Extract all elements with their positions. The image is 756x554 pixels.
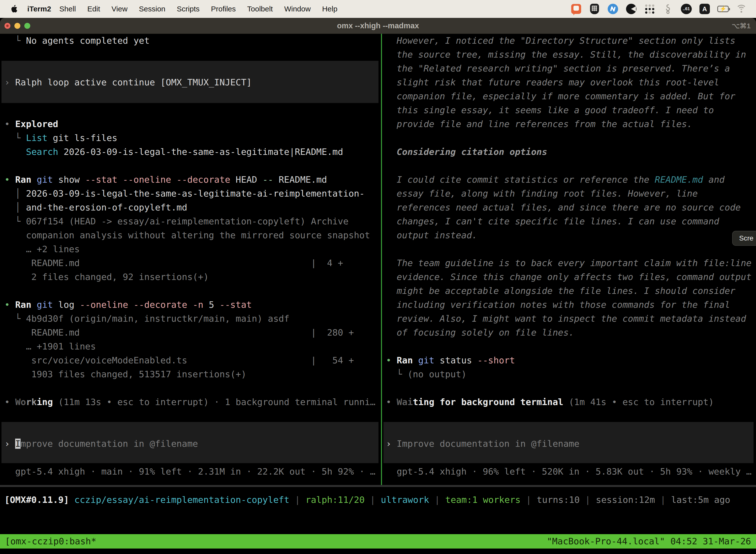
terminal-line xyxy=(4,159,381,173)
terminal-line: gpt-5.4 xhigh · 96% left · 520K in · 5.8… xyxy=(386,465,756,479)
tmux-host-clock: "MacBook-Pro-44.local" 04:52 31-Mar-26 xyxy=(547,534,751,549)
shield-grid-icon[interactable] xyxy=(589,3,600,15)
terminal-line: › Improve documentation in @filename xyxy=(4,437,381,451)
terminal-line: README.md | 280 + xyxy=(4,326,381,340)
menu-item-scripts[interactable]: Scripts xyxy=(171,5,205,13)
terminal-line: 1903 files changed, 513517 insertions(+) xyxy=(4,367,381,381)
terminal-line: this single essay, it seems like a good … xyxy=(386,103,756,117)
price-circle-icon[interactable]: ..61 xyxy=(681,3,692,15)
left-terminal-pane[interactable]: └ No agents completed yet› Ralph loop ac… xyxy=(0,34,381,485)
terminal-line: • Ran git log --oneline --decorate -n 5 … xyxy=(4,298,381,312)
terminal-line xyxy=(386,423,756,437)
terminal-line: • Ran git show --stat --oneline --decora… xyxy=(4,173,381,187)
terminal-line xyxy=(4,62,381,75)
terminal-line: However, I noticed the "Directory Struct… xyxy=(386,34,756,48)
blue-badge-icon[interactable] xyxy=(607,3,619,15)
terminal-line: 2 files changed, 92 insertions(+) xyxy=(4,270,381,284)
terminal-line: • Explored xyxy=(4,117,381,131)
terminal-line: │ 2026-03-09-is-legal-the-same-as-legiti… xyxy=(4,187,381,201)
screen-share-tooltip[interactable]: Scre xyxy=(732,231,756,246)
window-title-bar[interactable]: omx --xhigh --madmax ⌥⌘1 xyxy=(0,18,756,34)
terminal-line: essay file, along with finding root file… xyxy=(386,187,756,201)
terminal-line: • Ran git status --short xyxy=(386,353,756,367)
terminal-line xyxy=(386,409,756,423)
menu-item-view[interactable]: View xyxy=(106,5,133,13)
menu-item-window[interactable]: Window xyxy=(278,5,316,13)
terminal-line: • Waiting for background terminal (1m 41… xyxy=(386,395,756,409)
terminal-line: the source tree, missing the essay. Stil… xyxy=(386,48,756,62)
terminal-line: gpt-5.4 xhigh · main · 91% left · 2.31M … xyxy=(4,465,381,479)
terminal-line: including verification notes with those … xyxy=(386,298,756,312)
terminal-line: changes, I can't cite specific file line… xyxy=(386,214,756,228)
terminal-line xyxy=(386,381,756,395)
window-shortcut-badge: ⌥⌘1 xyxy=(732,22,751,30)
tmux-session-window[interactable]: [omx-cczip0:bash* xyxy=(5,534,96,549)
terminal-line: references need actual files, and since … xyxy=(386,201,756,214)
menu-item-shell[interactable]: Shell xyxy=(54,5,82,13)
tmux-status-bar: [omx-cczip0:bash* "MacBook-Pro-44.local"… xyxy=(0,534,756,549)
terminal-line: src/voice/voiceModeEnabled.ts | 54 + xyxy=(4,353,381,367)
terminal-line: └ 067f154 (HEAD -> essay/ai-reimplementa… xyxy=(4,214,381,228)
terminal-line xyxy=(4,284,381,298)
terminal-line: might be acceptable alongside the file l… xyxy=(386,284,756,298)
menu-item-session[interactable]: Session xyxy=(133,5,171,13)
terminal-line: companion file, especially if more comme… xyxy=(386,89,756,103)
terminal-line xyxy=(4,89,381,103)
hook-icon[interactable] xyxy=(662,3,674,15)
menu-app-name[interactable]: iTerm2 xyxy=(27,5,51,13)
menu-item-toolbelt[interactable]: Toolbelt xyxy=(242,5,278,13)
terminal-line: output instead. xyxy=(386,228,756,242)
terminal-line: Considering citation options xyxy=(386,145,756,159)
terminal-line: The team guideline is to back every impo… xyxy=(386,256,756,270)
terminal-line: › Improve documentation in @filename xyxy=(386,437,756,451)
battery-charging-icon[interactable]: ⚡ xyxy=(717,3,729,15)
terminal-line: └ 4b9d30f (origin/main, instructkr/main,… xyxy=(4,312,381,326)
left-pane-lines: └ No agents completed yet› Ralph loop ac… xyxy=(4,34,381,479)
menu-status-icons: ..61 A ⚡ xyxy=(570,3,756,15)
terminal-line xyxy=(4,48,381,62)
dots-grid-icon[interactable] xyxy=(644,3,655,15)
terminal-line xyxy=(4,409,381,423)
terminal-line: provide file and line references from th… xyxy=(386,117,756,131)
terminal-line: • Working (11m 13s • esc to interrupt) ·… xyxy=(4,395,381,409)
chat-bubble-icon[interactable] xyxy=(570,3,582,15)
iterm-window: omx --xhigh --madmax ⌥⌘1 └ No agents com… xyxy=(0,18,756,554)
terminal-line: of focusing solely on file lines. xyxy=(386,326,756,340)
menu-items: ShellEditViewSessionScriptsProfilesToolb… xyxy=(54,5,343,13)
apple-logo-icon[interactable] xyxy=(10,4,19,14)
terminal-line xyxy=(386,451,756,465)
menu-item-help[interactable]: Help xyxy=(316,5,343,13)
menu-item-edit[interactable]: Edit xyxy=(82,5,106,13)
terminal-line: └ No agents completed yet xyxy=(4,34,381,48)
terminal-line: README.md | 4 + xyxy=(4,256,381,270)
screen: iTerm2 ShellEditViewSessionScriptsProfil… xyxy=(0,0,756,554)
terminal-line: companion analysis without altering the … xyxy=(4,228,381,242)
terminal-line: slight risk that future readers may over… xyxy=(386,75,756,89)
terminal-line xyxy=(4,423,381,437)
terminal-line: I could cite commit statistics or refere… xyxy=(386,173,756,187)
terminal-line xyxy=(4,103,381,117)
terminal-line: Search 2026-03-09-is-legal-the-same-as-l… xyxy=(4,145,381,159)
menu-item-profiles[interactable]: Profiles xyxy=(205,5,241,13)
screen-share-tooltip-text: Scre xyxy=(739,234,754,242)
terminal-line: └ (no output) xyxy=(386,367,756,381)
terminal-line: │ and-the-erosion-of-copyleft.md xyxy=(4,201,381,214)
terminal-line xyxy=(386,340,756,353)
wifi-icon[interactable] xyxy=(736,3,747,15)
terminal-line: evidence. Since this change only affects… xyxy=(386,270,756,284)
terminal-line: the "Related research writing" section i… xyxy=(386,62,756,75)
terminal-line xyxy=(4,451,381,465)
terminal-line: › Ralph loop active continue [OMX_TMUX_I… xyxy=(4,75,381,89)
terminal-line xyxy=(4,381,381,395)
horizontal-divider xyxy=(0,485,756,487)
terminal-line: review. Also, I might want to inspect th… xyxy=(386,312,756,326)
right-pane-lines: However, I noticed the "Directory Struct… xyxy=(386,34,756,479)
terminal-line: … +1901 lines xyxy=(4,340,381,353)
terminal-line xyxy=(386,159,756,173)
a-square-icon[interactable]: A xyxy=(699,3,710,15)
right-terminal-pane[interactable]: However, I noticed the "Directory Struct… xyxy=(382,34,756,485)
k-circle-icon[interactable] xyxy=(626,3,637,15)
terminal-area: └ No agents completed yet› Ralph loop ac… xyxy=(0,34,756,485)
terminal-line xyxy=(386,131,756,145)
terminal-line: └ List git ls-files xyxy=(4,131,381,145)
